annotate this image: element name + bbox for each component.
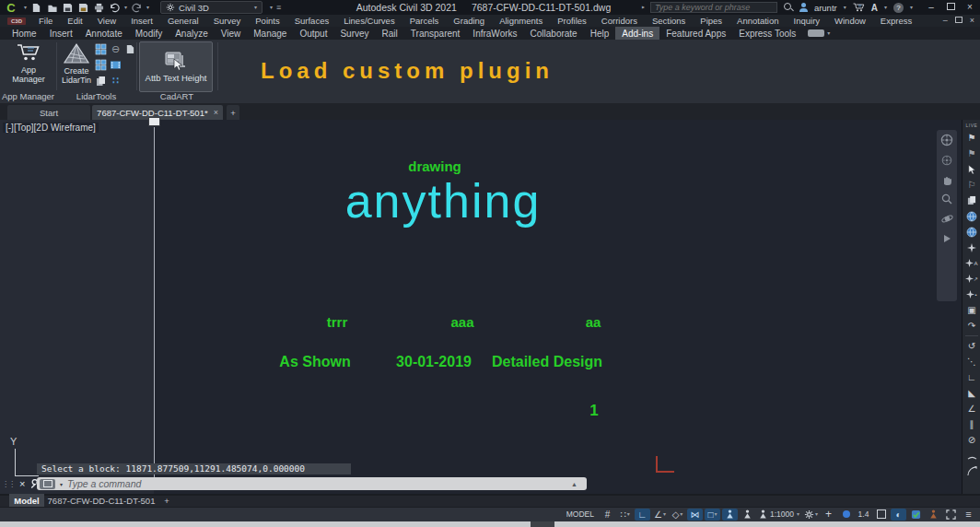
menu-item[interactable]: View (90, 15, 123, 27)
ribbon-tab-add-ins[interactable]: Add-ins (615, 27, 659, 40)
dim-linear-icon[interactable]: ∟ (964, 371, 979, 383)
menu-item[interactable]: Express (873, 15, 919, 27)
command-expand-icon[interactable]: ▲ (571, 481, 578, 487)
full-navigation-wheel-icon[interactable] (940, 134, 953, 146)
app-store-cart-icon[interactable] (853, 2, 865, 13)
menu-item[interactable]: Corridors (594, 15, 645, 27)
qat-customize-icon[interactable]: ≡ (276, 3, 281, 12)
lidartools-copy-icon[interactable] (95, 75, 107, 87)
ribbon-display-toggle[interactable] (808, 29, 824, 37)
command-palette-grip[interactable]: ⋮⋮ (2, 480, 15, 488)
layout-tab-new[interactable]: + (160, 494, 173, 507)
polar-tracking-icon[interactable]: ∠▾ (652, 509, 668, 521)
ribbon-tab[interactable]: Help (584, 27, 616, 40)
c3d-badge[interactable]: C3D (7, 18, 26, 25)
doc-tab-close-icon[interactable]: × (214, 108, 218, 117)
window-close-button[interactable]: × (963, 1, 976, 14)
lod-value[interactable]: 1.4 (856, 509, 871, 521)
new-file-icon[interactable] (30, 2, 42, 13)
ortho-mode-icon[interactable]: ∟ (635, 509, 650, 521)
drawing-text-value3[interactable]: Detailed Design (492, 354, 602, 370)
menu-item[interactable]: Annotation (729, 15, 786, 27)
save-icon[interactable] (62, 2, 74, 13)
user-dropdown-icon[interactable]: ▾ (844, 5, 846, 10)
ribbon-tab[interactable]: Collaborate (524, 27, 584, 40)
dim-arc-icon[interactable] (964, 450, 979, 462)
doc-close-button[interactable]: × (970, 16, 974, 25)
recent-commands-button[interactable] (40, 479, 55, 489)
doc-minimize-button[interactable]: – (943, 16, 948, 25)
ucs-y-label[interactable]: Y (10, 436, 17, 447)
create-lidartin-button[interactable]: Create LidarTin (59, 42, 94, 90)
dim-parallel-icon[interactable]: ∥ (964, 418, 979, 430)
ribbon-tab[interactable]: Annotate (79, 27, 129, 40)
drawing-text-small[interactable]: drawing (408, 158, 461, 174)
layout-tab-sheet[interactable]: 7687-CFW-DD-C11-DT-501 (46, 494, 157, 507)
model-space-button[interactable]: MODEL (563, 509, 598, 521)
flag-filled-icon[interactable]: ⚑ (964, 132, 979, 144)
lidartools-video-icon[interactable] (110, 59, 122, 71)
annotation-autoscale-icon[interactable] (740, 509, 755, 521)
menu-item[interactable]: Edit (60, 15, 89, 27)
annotation-visibility-icon[interactable] (722, 509, 738, 521)
point-sequence-icon[interactable]: ⋱ (964, 356, 979, 368)
undo-icon[interactable] (109, 2, 121, 13)
ribbon-tab[interactable]: Transparent (404, 27, 467, 40)
help-dropdown-icon[interactable]: ▾ (910, 5, 913, 10)
isometric-drafting-icon[interactable]: ◇▾ (670, 509, 685, 521)
dim-diameter-icon[interactable]: ⊘ (964, 434, 979, 446)
recent-commands-dropdown-icon[interactable]: ▾ (60, 481, 63, 487)
undo-dropdown-icon[interactable]: ▾ (124, 5, 127, 10)
app-menu-arrow-icon[interactable]: ▾ (24, 5, 27, 10)
ribbon-tab[interactable]: Survey (333, 27, 375, 40)
sparkle-text-icon[interactable]: A (964, 257, 979, 269)
drawing-text-field2[interactable]: aaa (450, 314, 473, 330)
autodesk-a-icon[interactable]: A (871, 3, 878, 13)
drawing-text-sheet-number[interactable]: 1 (589, 402, 598, 420)
window-restore-button[interactable] (944, 1, 957, 14)
drawing-vertical-line[interactable] (154, 127, 155, 477)
ribbon-tab[interactable]: Insert (43, 27, 79, 40)
snap-mode-icon[interactable]: ∷▾ (617, 509, 633, 521)
zoom-extents-icon[interactable] (941, 193, 952, 205)
menu-item[interactable]: Insert (123, 15, 160, 27)
menu-item[interactable]: Parcels (402, 15, 447, 27)
app-manager-button[interactable]: App Manager (6, 43, 52, 89)
search-icon[interactable] (784, 3, 793, 12)
viewport-controls-label[interactable]: [-][Top][2D Wireframe] (3, 123, 99, 133)
trusted-dwg-icon[interactable] (926, 509, 941, 521)
app-logo[interactable]: C (2, 1, 20, 15)
lidartools-grid-icon[interactable] (95, 59, 107, 71)
flag-outline-icon[interactable]: ⚐ (964, 179, 979, 191)
command-input[interactable] (67, 478, 509, 489)
flag-icon[interactable]: ⚑ (964, 147, 979, 159)
menu-item[interactable]: Survey (206, 15, 249, 27)
menu-item[interactable]: Alignments (492, 15, 550, 27)
menu-item[interactable]: File (31, 15, 60, 27)
drawing-text-value1[interactable]: As Shown (279, 354, 350, 370)
drawing-text-field3[interactable]: aa (586, 314, 601, 330)
graphics-performance-icon[interactable]: ◐ (891, 509, 906, 521)
menu-item[interactable]: Points (248, 15, 286, 27)
drawing-text-field1[interactable]: trrr (327, 314, 348, 330)
clean-screen-icon[interactable] (943, 509, 959, 521)
ribbon-tab[interactable]: Output (293, 27, 333, 40)
window-minimize-button[interactable]: – (925, 1, 938, 14)
save-as-icon[interactable] (77, 2, 89, 13)
autodesk-dropdown-icon[interactable]: ▾ (884, 5, 887, 10)
menu-item[interactable]: General (160, 15, 206, 27)
dim-radius-icon[interactable] (964, 465, 979, 477)
object-snap-tracking-icon[interactable]: ⋈ (687, 509, 703, 521)
workspace-switching-icon[interactable]: ▾ (803, 509, 819, 521)
ribbon-tab[interactable]: Home (6, 27, 43, 40)
lidartools-remove-icon[interactable]: ⊖ (110, 43, 122, 55)
doc-tab-start[interactable]: Start (7, 105, 90, 120)
menu-item[interactable]: Lines/Curves (336, 15, 402, 27)
sparkle-move-icon[interactable]: ↗ (964, 273, 979, 285)
menu-item[interactable]: Grading (446, 15, 492, 27)
ribbon-display-dropdown-icon[interactable]: ▾ (827, 30, 830, 36)
ucs-y-axis[interactable] (15, 449, 16, 476)
command-palette-close-icon[interactable]: × (19, 478, 25, 489)
search-input[interactable] (650, 2, 777, 13)
units-icon[interactable] (873, 509, 889, 521)
